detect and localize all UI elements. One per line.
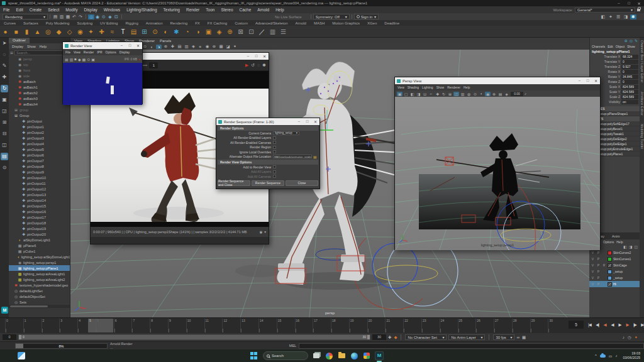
save-scene-icon[interactable]: ▦ [65,14,71,19]
outliner-item[interactable]: ✚ pinOutput2 [9,129,70,135]
outliner-item[interactable]: ◎ Sets [9,299,70,305]
channel-box-menu-item[interactable]: Edit [608,45,613,48]
menu-item[interactable]: Render [183,8,203,12]
add-all-cameras-checkbox[interactable] [273,175,276,178]
snap-view-icon[interactable]: ⊡ [113,14,119,19]
rotate-tool-icon[interactable]: ↻ [1,85,8,92]
frame-tick[interactable]: 14 [258,319,277,332]
wireframe-icon[interactable]: ⊞ [447,92,453,96]
outliner-item[interactable]: ◉ lighting_setup:persp1 [9,260,70,265]
reference-toggle[interactable]: R [602,263,606,267]
extra-attr-icon[interactable]: ⊕ [625,38,628,43]
copilot-icon[interactable] [325,351,333,360]
maximize-icon[interactable]: □ [303,119,311,124]
outliner-item[interactable]: ▩ lighting_setup:aiAreaLight1 [9,271,70,277]
attr-value-field[interactable]: 0 [621,70,638,74]
open-scene-icon[interactable]: ▥ [58,14,65,19]
outliner-item[interactable]: ⊞ group [9,107,70,112]
menu-item[interactable]: Cache [236,8,255,12]
outliner-item[interactable]: ✚ pinOutput16 [9,209,70,214]
pause-icon[interactable]: ◌ [257,63,260,68]
time-slider[interactable]: 0123456789101112131415161718192021222324… [0,317,644,333]
frame-tick[interactable]: 11 [204,319,223,332]
close-icon[interactable]: ✕ [634,1,644,6]
crease-icon[interactable]: ／ [257,26,267,37]
attr-value-field[interactable]: 68.324 [621,55,638,59]
shelf-tab[interactable]: Surfaces [19,20,42,26]
shelf-tab[interactable]: MASH [310,20,328,26]
render-settings-icon[interactable]: ◧ [600,14,606,19]
new-layer-icon[interactable]: ◫ [634,244,638,250]
new-empty-layer-icon[interactable]: ◧ [623,244,627,250]
depth-field-icon[interactable]: ◈ [191,44,196,49]
channel-box-menu-item[interactable]: Channels [592,45,605,48]
attr-value-field[interactable]: 9.927 [621,65,638,69]
outliner-search-input[interactable] [14,50,69,55]
poly-helix-icon[interactable]: ✚ [96,26,107,37]
ignore-overrides-checkbox[interactable] [273,150,276,153]
outliner-item[interactable]: ✚ pinOutput6 [9,152,70,158]
outliner-item[interactable]: ✚ pinOutput3 [9,135,70,141]
outliner-item[interactable]: ✚ pinOutput4 [9,141,70,146]
render-view-menu-item[interactable]: Display [119,50,130,54]
outliner-item[interactable]: ✚ pinOutput14 [9,197,70,203]
xray-icon[interactable]: ◉ [204,44,210,49]
ao-icon[interactable]: ✚ [170,44,175,49]
add-to-render-view-checkbox[interactable] [273,165,276,168]
combine-icon[interactable]: ⊕ [225,26,235,37]
playback-toggle[interactable]: P [596,270,601,273]
playback-toggle[interactable]: P [596,282,601,286]
loop-icon[interactable]: ∞ [516,335,519,340]
current-frame-marker[interactable]: 5 [88,319,113,332]
separate-icon[interactable]: ⊠ [235,26,246,37]
poly-superellipse-icon[interactable]: ✦ [86,26,96,37]
menuset-dropdown[interactable]: Rendering▾ [3,14,48,19]
poly-disc-icon[interactable]: ◇ [64,26,75,37]
outliner-item[interactable]: ✚ pinOutput9 [9,169,70,175]
tray-expand-icon[interactable]: ^ [595,354,597,358]
anim-start-field[interactable]: 0 [3,334,16,340]
isolate-icon[interactable]: ▤ [497,92,503,96]
outliner-item[interactable]: ◎ defaultObjectSet [9,293,70,299]
menu-item[interactable]: Stereo [218,8,236,12]
display-icon[interactable]: ▭ [609,354,613,358]
xray-icon[interactable]: ⊕ [491,92,497,96]
extrude-icon[interactable]: ◑ [192,26,203,37]
shaded-icon[interactable]: ◫ [453,92,459,96]
symmetry-dropdown[interactable]: Symmetry: Off▾ [313,14,350,19]
visibility-toggle[interactable]: V [591,276,595,280]
viewcube-icon[interactable]: ✦ [232,44,238,49]
outliner-item[interactable]: ✚ pinOutput5 [9,146,70,152]
edge-browser-icon[interactable] [350,351,358,360]
shelf-tab[interactable]: Arnold [292,20,310,26]
layout-single-icon[interactable]: ⊞ [1,119,8,126]
frame-tick[interactable]: 29 [530,319,548,332]
outliner-item[interactable]: ◎ defaultLightSet [9,288,70,293]
shelf-tab[interactable]: Deadline [380,20,403,26]
redo-icon[interactable]: ↷ [77,14,84,19]
play-backwards-button[interactable]: ◀ [609,321,616,329]
outliner-item[interactable]: ✚ pinOutput15 [9,203,70,209]
persp-view-menu-item[interactable]: Shading [408,85,419,89]
anim-bar-icon[interactable]: ◎ [630,38,633,43]
list-mode-icon[interactable]: ⊞ [10,50,13,55]
outliner-item[interactable]: ✚ pinOutput19 [9,226,70,231]
menu-item[interactable]: Toon [203,8,218,12]
visibility-toggle[interactable]: V [591,282,595,286]
menu-item[interactable]: Lighting/Shading [123,8,160,12]
last-tool-icon[interactable]: ◲ [1,107,8,115]
anim-prefs-icon[interactable]: ◷ [628,335,631,340]
visibility-toggle[interactable]: V [591,251,595,255]
mirror-icon[interactable]: ◈ [214,26,225,37]
shelf-tab[interactable]: XGen [364,20,380,26]
persp-view-menu-item[interactable]: Help [464,85,470,89]
multisample-icon[interactable]: ▥ [184,44,189,49]
frame-tick[interactable]: 2 [42,319,60,332]
shelf-tab[interactable]: Rendering [166,20,191,26]
range-bar[interactable]: 0 30 [18,334,370,340]
motion-blur-icon[interactable]: ◉ [485,92,491,96]
persp-view-menu-item[interactable]: Renderer [447,85,460,89]
outliner-item[interactable]: ◉ side [9,73,70,79]
zoom-tool-icon[interactable]: ⊙ [1,164,8,172]
minimize-icon[interactable]: – [295,119,303,124]
